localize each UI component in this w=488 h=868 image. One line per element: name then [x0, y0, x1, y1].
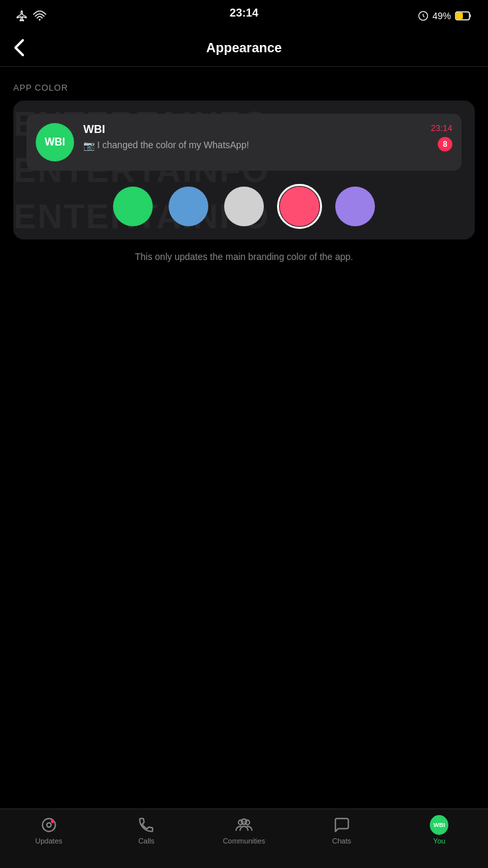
status-bar: 23:14 49%: [0, 0, 488, 29]
battery-icon: [455, 11, 472, 21]
caption: This only updates the main branding colo…: [13, 250, 475, 264]
chats-icon: [333, 816, 351, 834]
color-swatch-blue[interactable]: [169, 187, 208, 226]
calls-icon: [137, 816, 155, 834]
nav-label-chats: Chats: [332, 837, 351, 845]
back-button[interactable]: [13, 38, 25, 57]
chat-meta: 23:14 8: [430, 123, 452, 152]
nav-label-you: You: [433, 837, 446, 845]
chat-time: 23:14: [430, 123, 452, 133]
nav-item-chats[interactable]: Chats: [293, 816, 391, 845]
status-time: 23:14: [229, 7, 258, 20]
chat-name: WBI: [83, 123, 421, 136]
color-swatch-purple[interactable]: [335, 187, 375, 226]
svg-point-0: [39, 19, 41, 21]
svg-rect-3: [456, 13, 463, 19]
updates-icon: [40, 816, 58, 834]
chat-message: 📷 I changed the color of my WhatsApp!: [83, 139, 421, 153]
color-swatches: [26, 187, 462, 226]
nav-item-you[interactable]: WBI You: [390, 816, 488, 845]
chat-info: WBI 📷 I changed the color of my WhatsApp…: [83, 123, 421, 153]
communities-icon: [235, 816, 253, 834]
chat-preview: WBI WBI 📷 I changed the color of my What…: [26, 114, 462, 171]
unread-badge: 8: [438, 137, 452, 152]
page-title: Appearance: [206, 40, 282, 56]
status-right-icons: 49%: [418, 11, 472, 21]
ring-icon: [418, 11, 428, 21]
app-color-card: ENTERTAINFO ENTERTAINFO ENTERTAINFO WBI …: [13, 101, 475, 239]
color-swatch-green[interactable]: [113, 187, 153, 226]
airplane-icon: [16, 10, 28, 22]
chat-message-text: I changed the color of my WhatsApp!: [97, 139, 249, 152]
nav-item-updates[interactable]: Updates: [0, 816, 98, 845]
camera-icon: 📷: [83, 140, 95, 153]
bottom-nav: Updates Calls Communities: [0, 808, 488, 868]
section-label-app-color: APP COLOR: [13, 83, 475, 93]
you-icon: WBI: [430, 816, 448, 834]
svg-point-9: [241, 819, 247, 824]
battery-percentage: 49%: [432, 11, 451, 21]
nav-label-communities: Communities: [223, 837, 265, 845]
wifi-icon: [33, 11, 46, 21]
nav-label-updates: Updates: [35, 837, 62, 845]
chat-avatar: WBI: [36, 123, 74, 161]
nav-item-communities[interactable]: Communities: [195, 816, 293, 845]
svg-point-5: [47, 823, 52, 828]
nav-item-calls[interactable]: Calls: [98, 816, 196, 845]
you-avatar: WBI: [430, 815, 448, 835]
color-swatch-white[interactable]: [224, 187, 264, 226]
nav-label-calls: Calls: [138, 837, 154, 845]
header: Appearance: [0, 29, 488, 66]
content: APP COLOR ENTERTAINFO ENTERTAINFO ENTERT…: [0, 67, 488, 264]
color-swatch-pink[interactable]: [280, 187, 319, 226]
svg-point-6: [51, 820, 54, 823]
status-left-icons: [16, 10, 46, 22]
